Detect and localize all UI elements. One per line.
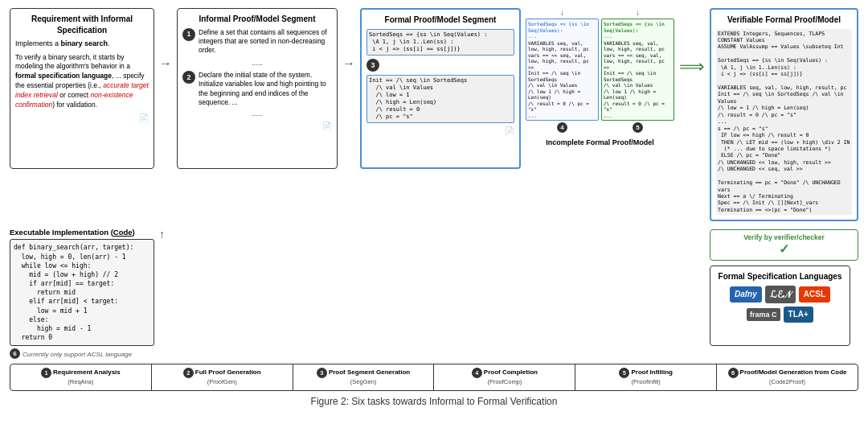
down-arrow-1: ↓ — [560, 8, 564, 17]
informal-text-2: Declare the initial state of the system.… — [199, 71, 332, 108]
badge-6: 6 — [10, 348, 20, 359]
fsl-text: formal specification language — [15, 72, 112, 80]
pipeline-item-4: 4Proof Completion (ProofComp) — [434, 364, 575, 390]
informal-item-1: 1 Define a set that contains all sequenc… — [182, 28, 332, 56]
badge4-row: 4 — [557, 122, 567, 133]
pipeline-label-1: Requirement Analysis — [53, 369, 121, 377]
pipeline-num-2: 2 — [183, 368, 194, 378]
informal-proof-panel: Informal Proof/Model Segment 1 Define a … — [177, 8, 338, 169]
verifiable-code: EXTENDS Integers, Sequences, TLAPS CONST… — [716, 29, 852, 216]
ellipsis-2: ...... — [182, 110, 332, 119]
code-panel: def binary_search(arr, target): low, hig… — [10, 239, 154, 346]
requirement-panel: Requirement with Informal Specification … — [10, 8, 154, 169]
pipeline-sub-3: (SegGen) — [298, 378, 429, 387]
down-section: ↓ SortedSeqs == {ss \in Seq(Values):... … — [526, 8, 599, 133]
badge-4: 4 — [557, 122, 567, 133]
pipeline-num-1: 1 — [41, 368, 51, 378]
arrow-1: → — [159, 8, 172, 71]
code-title: Executable Implementation (Code) — [10, 228, 154, 237]
pipeline-num-4: 4 — [472, 368, 482, 378]
verify-label: Verify by verifier/checker — [743, 233, 825, 241]
pipeline-label-5: Proof Infilling — [631, 369, 673, 377]
pipeline-num-3: 3 — [317, 368, 327, 378]
fsl-panel: Formal Specification Languages Dafny ℒℰ𝒩… — [710, 266, 850, 346]
formal-badge-row: 3 — [366, 59, 514, 72]
pipeline-label-6: Proof/Model Generation from Code — [740, 369, 847, 377]
doc-icon: 📄 — [15, 113, 149, 124]
formal-proof-title: Formal Proof/Model Segment — [366, 14, 514, 26]
informal-text-1: Define a set that contains all sequences… — [199, 28, 332, 56]
badge-3: 3 — [366, 59, 379, 72]
verifiable-title: Verifiable Formal Proof/Model — [716, 14, 852, 26]
badge-1: 1 — [182, 28, 195, 41]
code-arrow: ↑ — [159, 228, 165, 265]
verify-box: Verify by verifier/checker ✓ — [710, 229, 858, 261]
pipeline-label-3: Proof Segment Generation — [329, 369, 410, 377]
pipeline-sub-6: (Code2Proof) — [722, 378, 853, 387]
pipeline-num-5: 5 — [619, 368, 629, 378]
properties-text: properties — [55, 81, 86, 89]
requirement-title: Requirement with Informal Specification — [15, 14, 149, 35]
pipeline-item-5: 5Proof Infilling (ProofInfill) — [575, 364, 717, 390]
seg-mini-5: SortedSeqs == {ss \in Seq(Values):... VA… — [601, 19, 674, 121]
pipeline-sub-5: (ProofInfill) — [580, 378, 711, 387]
badge5-row: 5 — [633, 122, 643, 133]
lean-logo: ℒℰ𝒩 — [765, 286, 796, 303]
ellipsis-1: ...... — [182, 60, 332, 68]
green-arrow: ⟹ — [679, 8, 705, 77]
formal-code-top: SortedSeqs == {ss \in Seq(Values) : \A 1… — [366, 29, 514, 56]
middle-section: ↓ SortedSeqs == {ss \in Seq(Values):... … — [526, 8, 674, 146]
pipeline-item-6: 6Proof/Model Generation from Code (Code2… — [717, 364, 858, 390]
pipeline-num-6: 6 — [728, 368, 739, 378]
pipeline-label-4: Proof Completion — [484, 369, 538, 377]
highlight-binary-search: binary search — [61, 39, 108, 47]
arrow-2: → — [342, 8, 355, 71]
formal-code-init: Init == /\ seq \in SortedSeqs /\ val \in… — [366, 75, 514, 124]
badge6-row: 6 Currently only support ACSL language — [10, 348, 154, 359]
currently-note: Currently only support ACSL language — [23, 351, 132, 358]
figure-caption: Figure 2: Six tasks towards Informal to … — [10, 396, 858, 407]
doc-icon-3: 📄 — [366, 126, 514, 137]
pipeline-item-1: 1Requirement Analysis (ReqAna) — [10, 364, 152, 390]
informal-proof-title: Informal Proof/Model Segment — [182, 14, 332, 25]
pipeline-sub-4: (ProofComp) — [439, 378, 570, 387]
informal-item-2: 2 Declare the initial state of the syste… — [182, 71, 332, 108]
verifiable-panel: Verifiable Formal Proof/Model EXTENDS In… — [710, 8, 858, 221]
dafny-logo: Dafny — [730, 286, 762, 303]
pipeline-sub-1: (ReqAna) — [15, 378, 146, 387]
check-icon: ✓ — [715, 241, 853, 257]
doc-icon-2: 📄 — [182, 121, 332, 132]
fsl-logos: Dafny ℒℰ𝒩 ACSL frama C TLA+ — [715, 286, 845, 323]
incomplete-title: Incomplete Formal Proof/Model — [526, 138, 674, 146]
pipeline-item-2: 2Full Proof Generation (ProofGen) — [152, 364, 293, 390]
main-container: Requirement with Informal Specification … — [0, 0, 868, 414]
pipeline-sub-2: (ProofGen) — [157, 378, 288, 387]
pipeline-bar: 1Requirement Analysis (ReqAna) 2Full Pro… — [10, 364, 858, 391]
tla-logo: TLA+ — [784, 307, 813, 323]
down-section-5: ↓ SortedSeqs == {ss \in Seq(Values):... … — [601, 8, 674, 133]
right-column: Verifiable Formal Proof/Model EXTENDS In… — [710, 8, 858, 346]
acsl-logo: ACSL — [799, 286, 830, 303]
seg-mini-4: SortedSeqs == {ss \in Seq(Values):... VA… — [526, 19, 599, 121]
pipeline-item-3: 3Proof Segment Generation (SegGen) — [293, 364, 435, 390]
badge-2: 2 — [182, 71, 195, 84]
frama-logo: frama C — [747, 308, 780, 321]
pipeline-label-2: Full Proof Generation — [195, 369, 261, 377]
formal-proof-panel: Formal Proof/Model Segment SortedSeqs ==… — [360, 8, 521, 169]
badge-5: 5 — [633, 122, 643, 133]
down-arrow-2: ↓ — [636, 8, 640, 17]
code-section: Executable Implementation (Code) def bin… — [10, 228, 154, 359]
fsl-title: Formal Specification Languages — [715, 271, 845, 282]
seg-panels-row: ↓ SortedSeqs == {ss \in Seq(Values):... … — [526, 8, 674, 133]
